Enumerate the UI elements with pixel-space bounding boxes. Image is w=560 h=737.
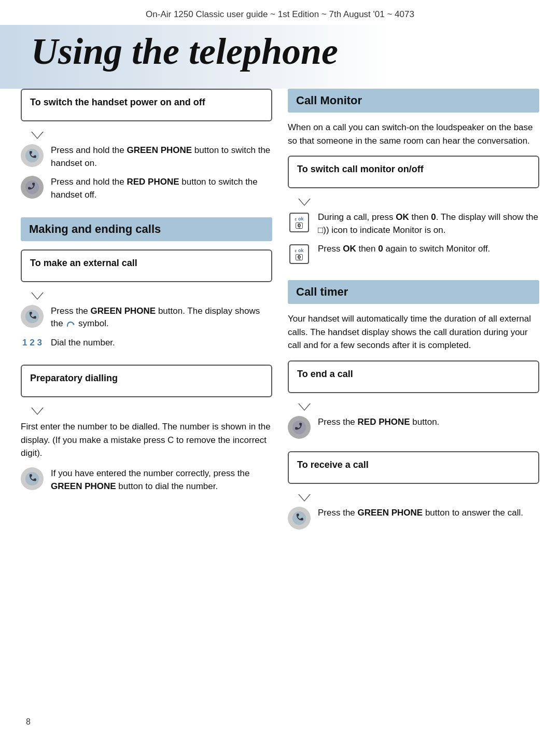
call-timer-body: Your handset will automatically time the…	[288, 312, 539, 352]
power-box: To switch the handset power on and off	[21, 89, 272, 121]
preparatory-section: Preparatory dialling First enter the num…	[21, 365, 272, 493]
external-call-title: To make an external call	[30, 258, 263, 269]
power-green-text: Press and hold the GREEN PHONE button to…	[51, 144, 272, 170]
end-call-red-row: Press the RED PHONE button.	[288, 416, 539, 439]
receive-call-text: Press the GREEN PHONE button to answer t…	[318, 507, 539, 520]
call-timer-heading: Call timer	[288, 280, 539, 304]
receive-call-pointer	[298, 494, 311, 502]
power-box-title: To switch the handset power on and off	[30, 97, 263, 108]
ok-device-icon-1: c ok 0̤	[288, 211, 311, 234]
svg-point-3	[73, 323, 75, 325]
call-monitor-section: To switch call monitor on/off c ok 0̤ Du…	[288, 156, 539, 266]
power-section: To switch the handset power on and off P…	[21, 89, 272, 202]
power-green-row: Press and hold the GREEN PHONE button to…	[21, 144, 272, 170]
right-column: Call Monitor When on a call you can swit…	[288, 89, 539, 542]
monitor-ok-text-2: Press OK then 0 again to switch Monitor …	[318, 243, 539, 256]
end-call-section: To end a call Press the RED PHONE button…	[288, 360, 539, 439]
receive-call-box: To receive a call	[288, 451, 539, 484]
preparatory-box: Preparatory dialling	[21, 365, 272, 397]
green-phone-icon-4	[288, 507, 311, 530]
external-call-pointer	[31, 293, 44, 300]
preparatory-body: First enter the number to be dialled. Th…	[21, 420, 272, 460]
green-phone-label-4: GREEN PHONE	[358, 508, 423, 518]
svg-point-4	[25, 472, 39, 485]
making-calls-heading: Making and ending calls	[21, 217, 272, 241]
monitor-ok-text-1: During a call, press OK then 0. The disp…	[318, 211, 539, 237]
call-monitor-heading: Call Monitor	[288, 89, 539, 113]
left-column: To switch the handset power on and off P…	[21, 89, 272, 542]
preparatory-green-text: If you have entered the number correctly…	[51, 467, 272, 493]
dial-text: Dial the number.	[51, 337, 272, 350]
call-monitor-box-title: To switch call monitor on/off	[297, 164, 530, 175]
header-text: On-Air 1250 Classic user guide ~ 1st Edi…	[146, 9, 414, 19]
power-box-pointer	[31, 132, 44, 139]
red-phone-icon-1	[21, 176, 44, 199]
receive-call-title: To receive a call	[297, 460, 530, 470]
content-area: To switch the handset power on and off P…	[0, 89, 560, 542]
end-call-box: To end a call	[288, 360, 539, 393]
green-phone-label-3: GREEN PHONE	[51, 481, 116, 491]
red-phone-label-1: RED PHONE	[127, 177, 179, 187]
receive-call-green-row: Press the GREEN PHONE button to answer t…	[288, 507, 539, 530]
green-phone-icon-1	[21, 144, 44, 167]
svg-point-6	[292, 511, 306, 525]
green-phone-icon-2	[21, 305, 44, 328]
external-call-number-row: 1 2 3 Dial the number.	[21, 337, 272, 350]
external-call-green-row: Press the GREEN PHONE button. The displa…	[21, 305, 272, 330]
external-call-box: To make an external call	[21, 249, 272, 282]
dial-number-badge: 1 2 3	[21, 337, 44, 348]
svg-point-1	[25, 180, 39, 194]
external-call-section: To make an external call Press the GREEN…	[21, 249, 272, 350]
header: On-Air 1250 Classic user guide ~ 1st Edi…	[0, 0, 560, 25]
end-call-title: To end a call	[297, 369, 530, 380]
monitor-ok-row-2: c ok 0̤ Press OK then 0 again to switch …	[288, 243, 539, 266]
end-call-text: Press the RED PHONE button.	[318, 416, 539, 429]
preparatory-pointer	[31, 408, 44, 415]
preparatory-green-row: If you have entered the number correctly…	[21, 467, 272, 493]
green-phone-label-2: GREEN PHONE	[91, 306, 156, 316]
svg-point-2	[25, 309, 39, 323]
power-red-row: Press and hold the RED PHONE button to s…	[21, 176, 272, 201]
call-monitor-pointer	[298, 199, 311, 206]
call-monitor-box: To switch call monitor on/off	[288, 156, 539, 188]
ok-device-icon-2: c ok 0̤	[288, 243, 311, 266]
svg-point-0	[25, 149, 39, 162]
receive-call-section: To receive a call Press the GREEN PHONE …	[288, 451, 539, 530]
page-number: 8	[26, 717, 31, 727]
end-call-pointer	[298, 404, 311, 411]
green-phone-label-1: GREEN PHONE	[127, 145, 192, 155]
call-monitor-body: When on a call you can switch-on the lou…	[288, 121, 539, 147]
green-phone-icon-3	[21, 467, 44, 490]
power-red-text: Press and hold the RED PHONE button to s…	[51, 176, 272, 201]
page-title: Using the telephone	[0, 25, 560, 89]
red-phone-label-2: RED PHONE	[358, 417, 410, 427]
preparatory-title: Preparatory dialling	[30, 373, 263, 384]
external-call-text: Press the GREEN PHONE button. The displa…	[51, 305, 272, 330]
monitor-ok-row-1: c ok 0̤ During a call, press OK then 0. …	[288, 211, 539, 237]
red-phone-icon-2	[288, 416, 311, 439]
svg-point-5	[292, 421, 306, 434]
